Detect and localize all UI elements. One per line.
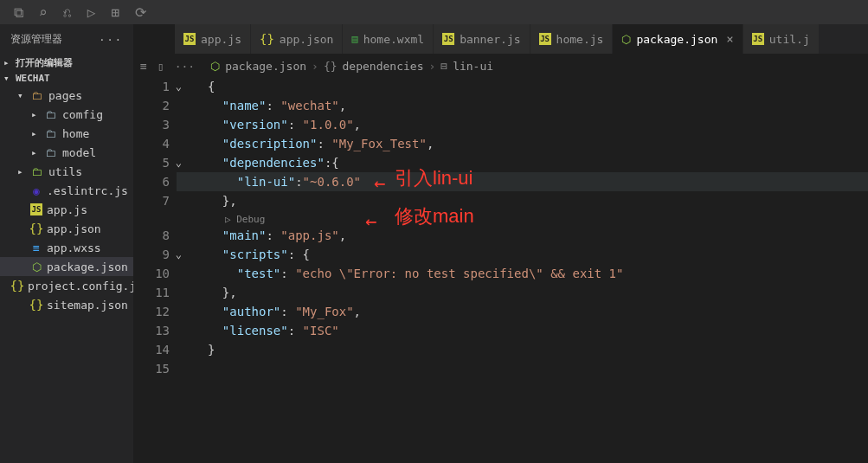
chevron-right-icon: ▸	[3, 57, 16, 68]
tree-label: model	[62, 146, 96, 159]
debug-codelens[interactable]: ▷ Debug	[177, 210, 868, 226]
tree-label: app.wxss	[47, 241, 101, 254]
search-icon[interactable]: ⌕	[39, 4, 48, 21]
code-line[interactable]: {	[177, 77, 868, 96]
section-label: 打开的编辑器	[16, 56, 73, 69]
json-icon: {}	[10, 279, 24, 293]
bookmark-icon[interactable]: ▯	[158, 60, 164, 73]
breadcrumb-item[interactable]: package.json	[225, 60, 306, 73]
editor: JSapp.js {}app.json ▤home.wxml JSbanner.…	[133, 24, 868, 463]
tab-app-json[interactable]: {}app.json	[251, 24, 343, 54]
tab-label: banner.js	[460, 33, 520, 46]
tree-folder-pages[interactable]: ▾ 🗀 pages	[0, 86, 133, 105]
tree-file[interactable]: {}app.json	[0, 219, 133, 238]
tree-file[interactable]: ◉.eslintrc.js	[0, 181, 133, 200]
tabs-row: JSapp.js {}app.json ▤home.wxml JSbanner.…	[175, 24, 868, 55]
package-icon: ⬡	[621, 33, 631, 46]
breadcrumb-row: ≡ ▯ ··· ⬡ package.json › {} dependencies…	[133, 55, 868, 77]
js-icon: JS	[442, 33, 454, 45]
wxss-icon: ≡	[29, 241, 43, 254]
chevron-right-icon: ›	[428, 60, 435, 73]
code-line[interactable]: "description": "My_Fox_Test",	[177, 134, 868, 153]
tree-label: package.json	[47, 260, 128, 273]
tab-home-wxml[interactable]: ▤home.wxml	[343, 24, 434, 54]
code-line[interactable]: }	[177, 340, 868, 359]
code-line[interactable]: "lin-ui":"~0.6.0"	[177, 172, 868, 191]
code-line[interactable]	[177, 359, 868, 378]
json-icon: {}	[29, 298, 43, 312]
json-icon: {}	[260, 32, 274, 46]
tab-app-js[interactable]: JSapp.js	[175, 24, 251, 54]
json-icon: {}	[324, 60, 338, 73]
code-area[interactable]: 1⌄2345⌄6789⌄101112131415 { "name": "wech…	[133, 77, 868, 463]
breadcrumb-item[interactable]: dependencies	[343, 60, 424, 73]
breadcrumb-item[interactable]: lin-ui	[453, 60, 493, 73]
files-icon[interactable]: ⧉	[14, 4, 23, 21]
code-line[interactable]: "main": "app.js",	[177, 226, 868, 245]
tab-banner-js[interactable]: JSbanner.js	[434, 24, 530, 54]
tree-label: utils	[48, 165, 82, 178]
folder-icon: 🗀	[45, 127, 59, 140]
titlebar: ⧉ ⌕ ⎌ ▷ ⊞ ⟳	[0, 0, 868, 24]
tree-label: app.json	[47, 222, 101, 235]
sidebar: 资源管理器 ··· ▸ 打开的编辑器 ▾ WECHAT ▾ 🗀 pages ▸ …	[0, 24, 133, 463]
tree-file[interactable]: {}sitemap.json	[0, 295, 133, 314]
tree-file[interactable]: ≡app.wxss	[0, 238, 133, 257]
chevron-right-icon: ▸	[31, 128, 42, 139]
code-line[interactable]: },	[177, 283, 868, 302]
tree-file[interactable]: {}project.config.json	[0, 276, 133, 295]
chevron-right-icon: ▸	[17, 166, 28, 177]
tree-file[interactable]: JSapp.js	[0, 200, 133, 219]
tree-folder-utils[interactable]: ▸ 🗀 utils	[0, 162, 133, 181]
more-icon[interactable]: ···	[99, 34, 123, 46]
sidebar-header: 资源管理器 ···	[0, 24, 133, 55]
tab-util-js[interactable]: JSutil.j	[743, 24, 820, 54]
code-line[interactable]: "test": "echo \"Error: no test specified…	[177, 264, 868, 283]
code[interactable]: { "name": "wechat", "version": "1.0.0", …	[177, 77, 868, 463]
tab-label: home.js	[556, 33, 604, 46]
tab-label: app.js	[201, 33, 241, 46]
code-line[interactable]: "author": "My_Fox",	[177, 302, 868, 321]
section-wechat[interactable]: ▾ WECHAT	[0, 71, 133, 86]
breadcrumb[interactable]: ⬡ package.json › {} dependencies › ⊟ lin…	[210, 60, 493, 73]
code-line[interactable]: "name": "wechat",	[177, 96, 868, 115]
tree-label: sitemap.json	[47, 299, 128, 312]
code-line[interactable]: "version": "1.0.0",	[177, 115, 868, 134]
scm-icon[interactable]: ⎌	[63, 4, 72, 21]
json-icon: {}	[29, 222, 43, 235]
wxml-icon: ▤	[351, 33, 357, 45]
code-line[interactable]: "license": "ISC"	[177, 321, 868, 340]
chevron-right-icon: ›	[312, 60, 318, 73]
chevron-down-icon: ▾	[3, 73, 16, 84]
code-line[interactable]: "scripts": {	[177, 245, 868, 264]
tree-folder-comfig[interactable]: ▸ 🗀 comfig	[0, 105, 133, 124]
package-icon: ⬡	[29, 260, 43, 273]
folder-icon: 🗀	[45, 146, 59, 159]
section-label: WECHAT	[16, 73, 50, 84]
titlebar-actions: ⧉ ⌕ ⎌ ▷ ⊞ ⟳	[0, 4, 146, 21]
more-icon[interactable]: ···	[175, 60, 195, 73]
tree-file-package-json[interactable]: ⬡package.json	[0, 257, 133, 276]
tree-label: comfig	[62, 108, 103, 121]
tree-label: pages	[48, 89, 82, 102]
chevron-down-icon: ▾	[17, 90, 28, 101]
close-icon[interactable]: ×	[726, 32, 733, 46]
section-open-editors[interactable]: ▸ 打开的编辑器	[0, 55, 133, 71]
extensions-icon[interactable]: ⊞	[111, 4, 119, 21]
tree-label: app.js	[47, 203, 87, 216]
tab-home-js[interactable]: JShome.js	[530, 24, 614, 54]
tree-folder-home[interactable]: ▸ 🗀 home	[0, 124, 133, 143]
code-line[interactable]: "dependencies":{	[177, 153, 868, 172]
folder-icon: 🗀	[31, 89, 45, 102]
list-icon[interactable]: ≡	[140, 60, 147, 73]
code-line[interactable]: },	[177, 191, 868, 210]
eslint-icon: ◉	[29, 184, 43, 197]
tab-label: util.j	[769, 33, 810, 46]
debug-icon[interactable]: ▷	[87, 4, 96, 21]
sidebar-title: 资源管理器	[10, 32, 62, 47]
tab-package-json[interactable]: ⬡package.json×	[613, 24, 743, 54]
tab-label: home.wxml	[363, 33, 424, 46]
remote-icon[interactable]: ⟳	[135, 4, 146, 21]
tree-folder-model[interactable]: ▸ 🗀 model	[0, 143, 133, 162]
string-icon: ⊟	[440, 60, 447, 73]
